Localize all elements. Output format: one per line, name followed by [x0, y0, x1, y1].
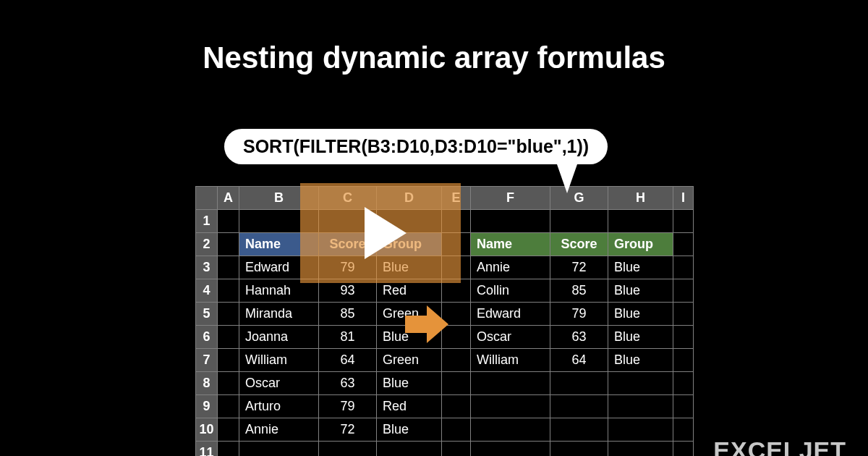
formula-callout: SORT(FILTER(B3:D10,D3:D10="blue",1))	[224, 129, 608, 164]
cell[interactable]: Joanna	[239, 326, 319, 349]
cell[interactable]: Collin	[471, 279, 550, 303]
cell[interactable]: Edward	[471, 303, 550, 326]
cell[interactable]	[471, 418, 550, 442]
cell[interactable]	[673, 395, 694, 418]
cell[interactable]	[218, 442, 239, 457]
row-header[interactable]: 8	[196, 372, 218, 395]
cell[interactable]: Blue	[608, 256, 673, 279]
row-header[interactable]: 9	[196, 395, 218, 418]
cell[interactable]: Blue	[608, 326, 673, 349]
cell[interactable]	[239, 442, 319, 457]
cell[interactable]	[550, 418, 608, 442]
cell[interactable]	[377, 442, 442, 457]
cell[interactable]	[550, 395, 608, 418]
cell[interactable]: Red	[377, 395, 442, 418]
page-title: Nesting dynamic array formulas	[0, 0, 868, 75]
cell[interactable]: 81	[319, 326, 377, 349]
arrow-right-icon	[405, 305, 448, 343]
cell[interactable]	[550, 442, 608, 457]
cell[interactable]: 72	[319, 418, 377, 442]
row-header[interactable]: 10	[196, 418, 218, 442]
cell[interactable]	[673, 372, 694, 395]
col-header[interactable]: H	[608, 187, 673, 210]
cell[interactable]	[218, 326, 239, 349]
header-score-right[interactable]: Score	[550, 233, 608, 256]
table-row: 11	[196, 442, 694, 457]
cell[interactable]	[319, 442, 377, 457]
cell[interactable]	[218, 418, 239, 442]
cell[interactable]	[673, 418, 694, 442]
cell[interactable]: 63	[550, 326, 608, 349]
cell[interactable]	[471, 210, 550, 233]
row-header[interactable]: 2	[196, 233, 218, 256]
cell[interactable]	[608, 418, 673, 442]
cell[interactable]: Blue	[377, 418, 442, 442]
cell[interactable]	[673, 303, 694, 326]
cell[interactable]	[442, 418, 471, 442]
cell[interactable]: 72	[550, 256, 608, 279]
cell[interactable]	[442, 349, 471, 372]
row-header[interactable]: 5	[196, 303, 218, 326]
cell[interactable]	[218, 395, 239, 418]
cell[interactable]: 63	[319, 372, 377, 395]
header-name-right[interactable]: Name	[471, 233, 550, 256]
cell[interactable]	[673, 256, 694, 279]
cell[interactable]	[673, 442, 694, 457]
cell[interactable]: 64	[550, 349, 608, 372]
cell[interactable]: 85	[319, 303, 377, 326]
cell[interactable]	[673, 210, 694, 233]
cell[interactable]: William	[471, 349, 550, 372]
cell[interactable]	[608, 442, 673, 457]
cell[interactable]	[218, 372, 239, 395]
cell[interactable]: William	[239, 349, 319, 372]
cell[interactable]: 79	[319, 395, 377, 418]
cell[interactable]: Blue	[377, 372, 442, 395]
cell[interactable]: Blue	[608, 303, 673, 326]
cell[interactable]	[673, 349, 694, 372]
cell[interactable]	[218, 349, 239, 372]
cell[interactable]: 85	[550, 279, 608, 303]
cell[interactable]: Oscar	[239, 372, 319, 395]
row-header[interactable]: 11	[196, 442, 218, 457]
cell[interactable]: Blue	[608, 279, 673, 303]
cell[interactable]: Annie	[239, 418, 319, 442]
cell[interactable]	[608, 395, 673, 418]
brand-logo: EXCELJET	[713, 436, 846, 456]
cell[interactable]	[218, 256, 239, 279]
cell[interactable]	[442, 372, 471, 395]
header-group-right[interactable]: Group	[608, 233, 673, 256]
cell[interactable]	[218, 279, 239, 303]
cell[interactable]: Arturo	[239, 395, 319, 418]
cell[interactable]: 79	[550, 303, 608, 326]
row-header[interactable]: 3	[196, 256, 218, 279]
cell[interactable]	[673, 233, 694, 256]
cell[interactable]	[471, 395, 550, 418]
cell[interactable]	[471, 372, 550, 395]
cell[interactable]: 64	[319, 349, 377, 372]
cell[interactable]: Green	[377, 349, 442, 372]
row-header[interactable]: 6	[196, 326, 218, 349]
cell[interactable]	[550, 210, 608, 233]
row-header[interactable]: 7	[196, 349, 218, 372]
col-header[interactable]: F	[471, 187, 550, 210]
cell[interactable]	[673, 279, 694, 303]
cell[interactable]	[218, 210, 239, 233]
cell[interactable]	[673, 326, 694, 349]
play-button[interactable]	[300, 183, 461, 283]
row-header[interactable]: 4	[196, 279, 218, 303]
row-header[interactable]: 1	[196, 210, 218, 233]
cell[interactable]	[608, 372, 673, 395]
cell[interactable]	[550, 372, 608, 395]
cell[interactable]	[471, 442, 550, 457]
cell[interactable]	[608, 210, 673, 233]
col-header[interactable]: I	[673, 187, 694, 210]
cell[interactable]	[218, 233, 239, 256]
cell[interactable]: Annie	[471, 256, 550, 279]
cell[interactable]: Oscar	[471, 326, 550, 349]
cell[interactable]	[442, 442, 471, 457]
col-header[interactable]: A	[218, 187, 239, 210]
cell[interactable]: Miranda	[239, 303, 319, 326]
cell[interactable]: Blue	[608, 349, 673, 372]
cell[interactable]	[442, 395, 471, 418]
cell[interactable]	[218, 303, 239, 326]
